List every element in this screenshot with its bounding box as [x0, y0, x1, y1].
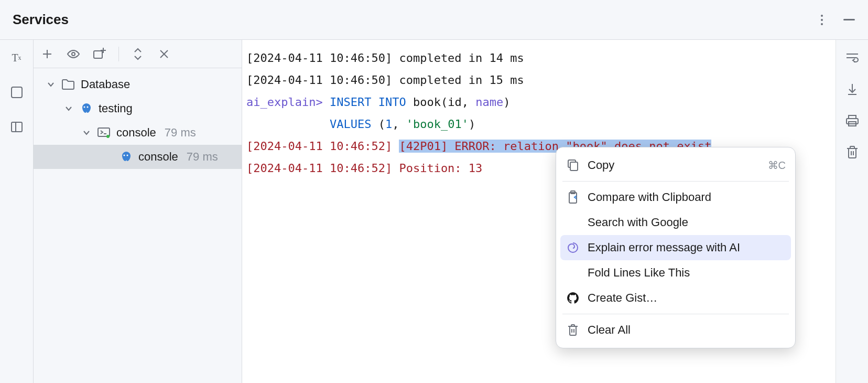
- sql-text: book(id,: [413, 95, 469, 109]
- panel-header: Services: [0, 0, 868, 40]
- menu-label: Explain error message with AI: [588, 241, 786, 254]
- menu-shortcut: ⌘C: [768, 159, 786, 172]
- log-message: completed in 14 ms: [399, 51, 524, 65]
- sql-keyword: INTO: [378, 95, 406, 109]
- menu-label: Create Gist…: [588, 291, 786, 305]
- panel-title: Services: [13, 12, 69, 28]
- svg-point-15: [87, 107, 89, 108]
- svg-point-1: [821, 19, 823, 21]
- wrap-icon[interactable]: [844, 49, 861, 66]
- github-icon: [566, 292, 580, 304]
- copy-icon: [566, 159, 580, 172]
- close-icon[interactable]: [156, 46, 172, 62]
- clipboard-compare-icon: [566, 190, 580, 204]
- menu-gist[interactable]: Create Gist…: [556, 285, 795, 311]
- sql-keyword: INSERT: [330, 95, 371, 109]
- menu-compare[interactable]: Compare with Clipboard: [556, 185, 795, 210]
- menu-label: Compare with Clipboard: [588, 190, 786, 204]
- ai-spiral-icon: [566, 241, 580, 254]
- tx-icon[interactable]: Tx: [8, 49, 25, 66]
- separator: [562, 314, 789, 314]
- svg-point-18: [106, 135, 110, 138]
- sql-number: 1: [385, 118, 392, 131]
- svg-point-8: [72, 52, 75, 56]
- sql-text: ,: [392, 118, 406, 131]
- services-tree: Database testing console 79 ms: [34, 68, 242, 383]
- expand-icon[interactable]: [129, 46, 146, 62]
- error-position: Position: 13: [399, 162, 482, 175]
- svg-point-19: [124, 155, 125, 156]
- menu-clear-all[interactable]: Clear All: [556, 317, 795, 343]
- sql-identifier: name: [475, 95, 503, 109]
- svg-rect-9: [94, 51, 102, 58]
- menu-label: Search with Google: [588, 216, 786, 229]
- print-icon[interactable]: [844, 112, 861, 129]
- eye-icon[interactable]: [65, 46, 82, 62]
- chevron-down-icon: [82, 130, 91, 135]
- chevron-down-icon: [64, 106, 73, 111]
- svg-rect-4: [12, 122, 22, 132]
- separator: [118, 47, 119, 61]
- prompt: ai_explain>: [246, 95, 323, 109]
- context-menu: Copy ⌘C Compare with Clipboard Search wi…: [556, 147, 796, 348]
- sidebar-toolbar: [34, 40, 242, 68]
- menu-explain-ai[interactable]: Explain error message with AI: [560, 235, 791, 260]
- layout-icon[interactable]: [8, 119, 25, 135]
- more-icon[interactable]: [816, 14, 828, 26]
- separator: [562, 181, 789, 182]
- console-icon: [96, 125, 111, 140]
- menu-label: Clear All: [588, 323, 786, 337]
- tree-item-testing[interactable]: testing: [34, 97, 242, 121]
- minimize-icon[interactable]: [843, 14, 855, 26]
- sql-keyword: VALUES: [330, 118, 371, 131]
- svg-point-14: [84, 107, 85, 108]
- log-timestamp: [2024-04-11 10:46:50]: [246, 51, 392, 65]
- svg-rect-3: [843, 19, 855, 20]
- tree-label: console: [138, 150, 178, 164]
- trash-icon: [566, 324, 580, 336]
- menu-label: Fold Lines Like This: [588, 266, 786, 280]
- folder-icon: [61, 77, 75, 92]
- error-timestamp: [2024-04-11 10:46:52]: [246, 140, 392, 153]
- tree-label: console: [116, 126, 156, 140]
- sql-text: (: [371, 118, 385, 131]
- menu-label: Copy: [588, 158, 761, 172]
- chevron-down-icon: [46, 82, 56, 87]
- right-gutter: [836, 40, 868, 383]
- postgres-icon: [79, 101, 93, 116]
- menu-search-google[interactable]: Search with Google: [556, 210, 795, 235]
- svg-rect-30: [570, 162, 578, 171]
- log-message: completed in 15 ms: [399, 73, 524, 87]
- sql-string: 'book_01': [406, 118, 469, 131]
- trash-icon[interactable]: [844, 144, 861, 161]
- left-gutter: Tx: [0, 40, 34, 383]
- svg-point-20: [127, 155, 128, 156]
- plus-icon[interactable]: [39, 46, 56, 62]
- error-timestamp: [2024-04-11 10:46:52]: [246, 162, 392, 175]
- new-session-icon[interactable]: [91, 46, 108, 62]
- tree-item-console-parent[interactable]: console 79 ms: [34, 121, 242, 145]
- tree-time: 79 ms: [165, 126, 196, 140]
- sql-text: ): [503, 95, 510, 109]
- tree-label: testing: [99, 102, 133, 115]
- menu-copy[interactable]: Copy ⌘C: [556, 153, 795, 178]
- scroll-end-icon[interactable]: [844, 81, 861, 98]
- svg-point-0: [821, 15, 823, 17]
- tree-label: Database: [81, 78, 130, 91]
- tree-item-console-leaf[interactable]: console 79 ms: [34, 145, 242, 169]
- tree-item-database[interactable]: Database: [34, 72, 242, 97]
- log-timestamp: [2024-04-11 10:46:50]: [246, 73, 392, 87]
- postgres-icon: [118, 150, 133, 164]
- header-controls: [816, 14, 855, 26]
- stop-icon[interactable]: [8, 84, 25, 101]
- menu-fold[interactable]: Fold Lines Like This: [556, 260, 795, 285]
- sidebar: Database testing console 79 ms: [34, 40, 242, 383]
- tree-time: 79 ms: [187, 150, 218, 164]
- sql-text: ): [469, 118, 475, 131]
- svg-point-2: [821, 23, 823, 25]
